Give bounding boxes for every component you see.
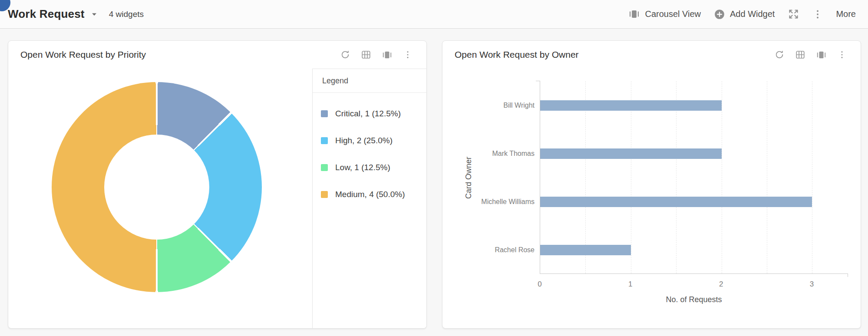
legend-item[interactable]: Medium, 4 (50.0%) bbox=[313, 181, 426, 208]
plus-circle-icon bbox=[714, 9, 725, 20]
category-label: Bill Wright bbox=[442, 102, 535, 109]
bar-rachel-rose[interactable] bbox=[540, 245, 631, 255]
bar-chart-plot[interactable] bbox=[540, 81, 848, 274]
legend-swatch bbox=[321, 164, 328, 171]
x-tick-label: 0 bbox=[538, 280, 541, 289]
page-title[interactable]: Work Request bbox=[8, 7, 85, 21]
widget-area: Open Work Request by Priority bbox=[0, 29, 868, 329]
legend-title: Legend bbox=[313, 69, 426, 93]
expand-icon bbox=[788, 8, 799, 20]
more-label: More bbox=[836, 9, 856, 19]
bar-bill-wright[interactable] bbox=[540, 100, 722, 111]
donut-chart[interactable] bbox=[52, 82, 262, 292]
header-kebab-button[interactable] bbox=[812, 9, 823, 20]
legend-swatch bbox=[321, 191, 328, 198]
carousel-icon-button[interactable] bbox=[381, 49, 393, 60]
widget-kebab-button[interactable] bbox=[836, 49, 848, 60]
widget-title: Open Work Request by Priority bbox=[20, 49, 146, 60]
widget-count: 4 widgets bbox=[109, 10, 144, 19]
legend-label: Critical, 1 (12.5%) bbox=[335, 109, 401, 119]
bar-mark-thomas[interactable] bbox=[540, 148, 722, 159]
x-tick-label: 1 bbox=[628, 280, 632, 289]
widget-priority-card: Open Work Request by Priority bbox=[8, 40, 427, 329]
carousel-view-label: Carousel View bbox=[645, 9, 701, 19]
widget-title: Open Work Request by Owner bbox=[455, 49, 579, 60]
legend-item[interactable]: Low, 1 (12.5%) bbox=[313, 154, 426, 181]
legend-label: Medium, 4 (50.0%) bbox=[335, 190, 405, 199]
carousel-icon-button[interactable] bbox=[815, 49, 827, 60]
widget-kebab-button[interactable] bbox=[402, 49, 413, 60]
refresh-button[interactable] bbox=[340, 49, 351, 60]
gridline bbox=[722, 81, 722, 273]
x-tick-label: 2 bbox=[719, 280, 723, 289]
legend-item[interactable]: Critical, 1 (12.5%) bbox=[313, 100, 426, 127]
carousel-icon bbox=[628, 8, 640, 20]
header-actions: Carousel View Add Widget bbox=[628, 8, 856, 20]
legend-swatch bbox=[321, 137, 328, 144]
header-left: Work Request 4 widgets bbox=[8, 7, 144, 21]
legend-swatch bbox=[321, 110, 328, 117]
gridline bbox=[812, 81, 812, 273]
add-widget-label: Add Widget bbox=[730, 9, 775, 19]
legend-label: High, 2 (25.0%) bbox=[335, 136, 393, 145]
legend-item[interactable]: High, 2 (25.0%) bbox=[313, 127, 426, 154]
expand-button[interactable] bbox=[788, 8, 799, 20]
more-button[interactable]: More bbox=[836, 9, 856, 19]
category-label: Mark Thomas bbox=[442, 150, 535, 158]
top-header: Work Request 4 widgets Carousel View bbox=[0, 0, 868, 29]
legend-label: Low, 1 (12.5%) bbox=[335, 163, 390, 172]
carousel-view-button[interactable]: Carousel View bbox=[628, 8, 701, 20]
x-tick-label: 3 bbox=[810, 280, 814, 289]
kebab-icon bbox=[812, 9, 823, 20]
gridline bbox=[767, 81, 767, 273]
category-label: Rachel Rose bbox=[442, 246, 535, 254]
bar-chart-category-labels: Bill WrightMark ThomasMichelle WilliamsR… bbox=[442, 81, 535, 274]
category-label: Michelle Williams bbox=[442, 198, 535, 206]
legend-items: Critical, 1 (12.5%)High, 2 (25.0%)Low, 1… bbox=[313, 93, 426, 208]
chevron-down-icon[interactable] bbox=[91, 11, 98, 18]
refresh-button[interactable] bbox=[774, 49, 785, 60]
table-view-button[interactable] bbox=[360, 49, 372, 60]
table-view-button[interactable] bbox=[795, 49, 806, 60]
widget-toolbar bbox=[340, 41, 413, 69]
bar-chart-x-axis-title: No. of Requests bbox=[540, 295, 848, 304]
add-widget-button[interactable]: Add Widget bbox=[714, 9, 775, 20]
widget-owner-card: Open Work Request by Owner bbox=[442, 40, 861, 329]
bar-michelle-williams[interactable] bbox=[540, 197, 812, 207]
donut-hole bbox=[104, 135, 209, 240]
legend-panel: Legend Critical, 1 (12.5%)High, 2 (25.0%… bbox=[312, 69, 426, 328]
widget-toolbar bbox=[774, 41, 848, 69]
